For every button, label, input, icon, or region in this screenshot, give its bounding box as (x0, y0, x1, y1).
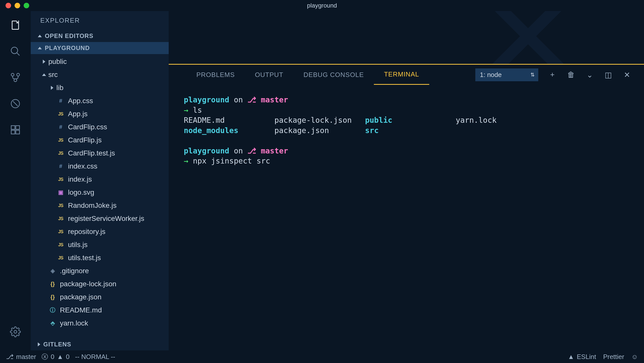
status-warning-count: 0 (66, 353, 69, 361)
tree-file[interactable]: JSApp.js (31, 107, 169, 120)
file-info-icon: ⓘ (48, 306, 57, 314)
tree-item-label: App.js (68, 110, 88, 118)
tree-file[interactable]: ⓘREADME.md (31, 304, 169, 317)
tree-file[interactable]: JSindex.js (31, 173, 169, 186)
tree-item-label: registerServiceWorker.js (68, 215, 144, 223)
svg-point-11 (14, 331, 17, 333)
tree-folder[interactable]: public (31, 55, 169, 68)
branch-icon: ⎇ (247, 146, 256, 155)
tree-file[interactable]: JSutils.js (31, 238, 169, 251)
gitlens-label: GITLENS (43, 341, 71, 348)
source-control-icon[interactable] (9, 71, 21, 84)
tree-file[interactable]: #index.css (31, 160, 169, 173)
tree-file[interactable]: JSregisterServiceWorker.js (31, 212, 169, 225)
tree-item-label: index.css (68, 162, 97, 170)
tree-file[interactable]: JSCardFlip.js (31, 134, 169, 147)
file-js-icon: JS (56, 255, 65, 261)
window-close-button[interactable] (6, 3, 11, 8)
kill-terminal-icon[interactable]: 🗑 (566, 70, 576, 79)
file-git-icon: ◈ (48, 268, 57, 274)
tree-file[interactable]: JSutils.test.js (31, 251, 169, 264)
file-svg-icon: ▣ (56, 189, 65, 196)
tree-file[interactable]: JSRandomJoke.js (31, 199, 169, 212)
main-area: EXPLORER OPEN EDITORS PLAYGROUND publics… (0, 11, 644, 350)
close-panel-icon[interactable]: ✕ (622, 70, 631, 79)
ls-item: public (365, 115, 456, 126)
svg-line-1 (17, 53, 20, 56)
tree-file[interactable]: JSrepository.js (31, 225, 169, 238)
extensions-icon[interactable] (9, 124, 21, 136)
split-panel-icon[interactable]: ◫ (604, 70, 613, 79)
tab-terminal[interactable]: TERMINAL (374, 65, 429, 85)
activity-bar (0, 11, 31, 350)
status-bar: ⎇ master ⓧ 0 ▲ 0 -- NORMAL -- ▲ ESLint P… (0, 350, 644, 363)
tab-output[interactable]: OUTPUT (245, 65, 294, 85)
tree-file[interactable]: #App.css (31, 94, 169, 107)
tab-debug-console[interactable]: DEBUG CONSOLE (293, 65, 374, 85)
ls-item: src (365, 126, 456, 136)
file-js-icon: JS (56, 229, 65, 234)
svg-point-3 (17, 73, 20, 76)
workspace-label: PLAYGROUND (45, 45, 90, 52)
window-minimize-button[interactable] (15, 3, 20, 8)
open-editors-section[interactable]: OPEN EDITORS (31, 30, 169, 42)
svg-point-2 (11, 73, 14, 76)
status-error-count: 0 (51, 353, 54, 361)
chevron-down-icon[interactable]: ⌄ (585, 70, 594, 79)
debug-icon[interactable] (9, 98, 21, 110)
chevron-right-icon (43, 60, 45, 64)
status-prettier[interactable]: Prettier (603, 353, 624, 361)
tree-item-label: utils.test.js (68, 254, 101, 262)
window-maximize-button[interactable] (24, 3, 29, 8)
explorer-icon[interactable] (9, 19, 21, 31)
file-json-icon: {} (48, 294, 57, 300)
tree-item-label: yarn.lock (60, 319, 88, 327)
file-json-icon: {} (48, 281, 57, 287)
ls-item: yarn.lock (456, 115, 546, 126)
tree-file[interactable]: #CardFlip.css (31, 120, 169, 134)
status-branch[interactable]: ⎇ master (6, 353, 36, 361)
ls-item: package-lock.json (274, 115, 365, 126)
branch-icon: ⎇ (247, 95, 256, 104)
titlebar: playground (0, 0, 644, 11)
status-vim-mode: -- NORMAL -- (75, 353, 115, 361)
tree-item-label: .gitignore (60, 267, 89, 275)
tree-item-label: package.json (60, 293, 101, 301)
tab-problems[interactable]: PROBLEMS (186, 65, 245, 85)
open-editors-label: OPEN EDITORS (45, 32, 93, 39)
file-tree[interactable]: publicsrclib#App.cssJSApp.js#CardFlip.cs… (31, 54, 169, 338)
svg-point-0 (11, 47, 18, 54)
status-eslint-label: ESLint (577, 353, 596, 361)
warning-icon: ▲ (57, 353, 63, 361)
status-eslint[interactable]: ▲ ESLint (568, 353, 596, 361)
workspace-section[interactable]: PLAYGROUND (31, 42, 169, 54)
tree-file[interactable]: ⬘yarn.lock (31, 317, 169, 330)
terminal-selector-label: 1: node (475, 68, 538, 81)
file-lock-icon: ⬘ (48, 320, 57, 327)
file-js-icon: JS (56, 203, 65, 208)
prompt-on: on (229, 95, 247, 104)
tree-file[interactable]: {}package-lock.json (31, 277, 169, 291)
feedback-smiley-icon[interactable]: ☺ (631, 353, 638, 361)
gitlens-section[interactable]: GITLENS (31, 338, 169, 350)
tree-file[interactable]: JSCardFlip.test.js (31, 147, 169, 160)
terminal-line (184, 136, 629, 146)
settings-gear-icon[interactable] (9, 326, 21, 338)
terminal-output[interactable]: playground on ⎇ master → ls README.md pa… (169, 85, 644, 350)
bottom-panel: PROBLEMS OUTPUT DEBUG CONSOLE TERMINAL 1… (169, 65, 644, 350)
error-icon: ⓧ (42, 352, 48, 361)
tree-item-label: src (48, 71, 58, 79)
prompt-branch: master (256, 146, 288, 155)
tree-file[interactable]: ◈.gitignore (31, 264, 169, 277)
tree-folder[interactable]: lib (31, 81, 169, 94)
window-title: playground (307, 2, 337, 9)
terminal-selector[interactable]: 1: node ⇅ (475, 68, 538, 81)
new-terminal-icon[interactable]: + (548, 70, 557, 79)
status-problems[interactable]: ⓧ 0 ▲ 0 (42, 352, 69, 361)
file-js-icon: JS (56, 138, 65, 143)
tree-file[interactable]: {}package.json (31, 291, 169, 304)
explorer-sidebar: EXPLORER OPEN EDITORS PLAYGROUND publics… (31, 11, 169, 350)
search-icon[interactable] (9, 45, 21, 57)
tree-folder[interactable]: src (31, 68, 169, 81)
tree-file[interactable]: ▣logo.svg (31, 186, 169, 199)
